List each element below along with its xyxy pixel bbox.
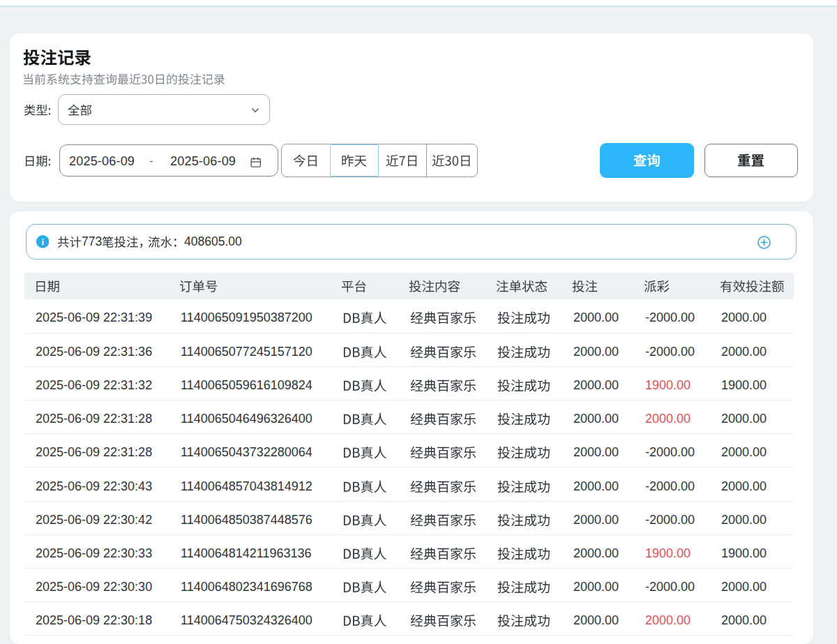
svg-text:i: i <box>41 237 44 247</box>
